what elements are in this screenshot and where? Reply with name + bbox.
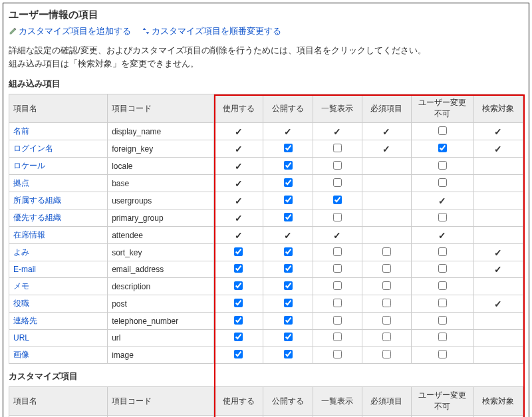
locked-checkbox[interactable] xyxy=(438,126,447,135)
page-container: ユーザー情報の項目 カスタマイズ項目を追加する カスタマイズ項目を順番変更する … xyxy=(3,3,529,417)
publish-checkbox[interactable] xyxy=(284,213,293,221)
cell-code: foreign_key xyxy=(108,140,214,158)
cell-locked xyxy=(411,330,473,347)
required-checkbox[interactable] xyxy=(382,316,391,325)
required-checkbox[interactable] xyxy=(382,350,391,358)
col-locked: ユーザー変更不可 xyxy=(411,94,473,123)
custom-table: 項目名 項目コード 使用する 公開する 一覧表示 必須項目 ユーザー変更不可 検… xyxy=(9,386,523,417)
list-checkbox[interactable] xyxy=(333,281,342,290)
publish-checkbox[interactable] xyxy=(284,196,293,204)
publish-checkbox[interactable] xyxy=(284,350,293,358)
cell-publish xyxy=(263,330,313,347)
use-checkbox[interactable] xyxy=(234,350,243,358)
list-checkbox[interactable] xyxy=(333,299,342,307)
publish-checkbox[interactable] xyxy=(284,316,293,325)
use-checkbox[interactable] xyxy=(234,281,243,290)
use-checkbox[interactable] xyxy=(234,264,243,273)
table-header-row: 項目名 項目コード 使用する 公開する 一覧表示 必須項目 ユーザー変更不可 検… xyxy=(9,387,523,416)
item-name-link[interactable]: URL xyxy=(13,333,29,343)
use-checkbox[interactable] xyxy=(234,316,243,325)
cell-publish xyxy=(263,192,313,209)
publish-checkbox[interactable] xyxy=(284,281,293,290)
cell-required xyxy=(362,261,411,278)
check-icon: ✓ xyxy=(235,213,243,223)
add-custom-item-link[interactable]: カスタマイズ項目を追加する xyxy=(9,26,134,36)
table-row: 優先する組織primary_group✓ xyxy=(9,209,523,227)
locked-checkbox[interactable] xyxy=(438,299,447,307)
cell-publish xyxy=(263,175,313,192)
list-checkbox[interactable] xyxy=(333,178,342,187)
locked-checkbox[interactable] xyxy=(438,213,447,221)
publish-checkbox[interactable] xyxy=(284,161,293,170)
cell-name: よみ xyxy=(9,244,108,261)
list-checkbox[interactable] xyxy=(333,144,342,152)
item-name-link[interactable]: 画像 xyxy=(13,350,29,359)
required-checkbox[interactable] xyxy=(382,281,391,290)
required-checkbox[interactable] xyxy=(382,299,391,307)
list-checkbox[interactable] xyxy=(333,264,342,273)
list-checkbox[interactable] xyxy=(333,161,342,170)
publish-checkbox[interactable] xyxy=(284,264,293,273)
cell-locked xyxy=(411,175,473,192)
cell-list xyxy=(313,261,362,278)
item-name-link[interactable]: メモ xyxy=(13,281,29,291)
locked-checkbox[interactable] xyxy=(438,333,447,341)
item-name-link[interactable]: 役職 xyxy=(13,299,29,308)
locked-checkbox[interactable] xyxy=(438,178,447,187)
cell-required xyxy=(362,158,411,175)
cell-locked xyxy=(411,261,473,278)
col-publish: 公開する xyxy=(263,94,313,123)
locked-checkbox[interactable] xyxy=(438,281,447,290)
item-name-link[interactable]: 連絡先 xyxy=(13,316,37,325)
list-checkbox[interactable] xyxy=(333,316,342,325)
cell-use xyxy=(214,295,263,313)
cell-use: ✓ xyxy=(214,192,263,209)
item-name-link[interactable]: 拠点 xyxy=(13,178,29,188)
required-checkbox[interactable] xyxy=(382,247,391,256)
locked-checkbox[interactable] xyxy=(438,144,447,152)
reorder-custom-item-link[interactable]: カスタマイズ項目を順番変更する xyxy=(142,26,281,36)
item-name-link[interactable]: 名前 xyxy=(13,126,29,136)
table-row: よみsort_key✓ xyxy=(9,244,523,261)
publish-checkbox[interactable] xyxy=(284,333,293,341)
publish-checkbox[interactable] xyxy=(284,299,293,307)
check-icon: ✓ xyxy=(494,247,502,258)
col-search: 検索対象 xyxy=(473,387,523,416)
list-checkbox[interactable] xyxy=(333,247,342,256)
check-icon: ✓ xyxy=(494,144,502,154)
publish-checkbox[interactable] xyxy=(284,247,293,256)
list-checkbox[interactable] xyxy=(333,196,342,204)
locked-checkbox[interactable] xyxy=(438,316,447,325)
item-name-link[interactable]: 在席情報 xyxy=(13,230,45,239)
locked-checkbox[interactable] xyxy=(438,350,447,358)
item-name-link[interactable]: よみ xyxy=(13,247,29,257)
list-checkbox[interactable] xyxy=(333,333,342,341)
required-checkbox[interactable] xyxy=(382,333,391,341)
item-name-link[interactable]: E-mail xyxy=(13,265,36,274)
list-checkbox[interactable] xyxy=(333,213,342,221)
cell-locked xyxy=(411,244,473,261)
required-checkbox[interactable] xyxy=(382,264,391,273)
item-name-link[interactable]: ログイン名 xyxy=(13,144,53,153)
cell-publish xyxy=(263,347,313,364)
locked-checkbox[interactable] xyxy=(438,247,447,256)
cell-name: 画像 xyxy=(9,347,108,364)
item-name-link[interactable]: ロケール xyxy=(13,161,45,170)
item-name-link[interactable]: 優先する組織 xyxy=(13,213,61,222)
item-name-link[interactable]: 所属する組織 xyxy=(13,196,61,205)
cell-publish xyxy=(263,278,313,295)
cell-search xyxy=(473,330,523,347)
check-icon: ✓ xyxy=(235,196,243,206)
col-name: 項目名 xyxy=(9,94,108,123)
locked-checkbox[interactable] xyxy=(438,161,447,170)
check-icon: ✓ xyxy=(235,230,243,241)
publish-checkbox[interactable] xyxy=(284,178,293,187)
cell-required xyxy=(362,227,411,244)
locked-checkbox[interactable] xyxy=(438,264,447,273)
cell-name: 在席情報 xyxy=(9,227,108,244)
use-checkbox[interactable] xyxy=(234,333,243,341)
list-checkbox[interactable] xyxy=(333,350,342,358)
use-checkbox[interactable] xyxy=(234,247,243,256)
use-checkbox[interactable] xyxy=(234,299,243,307)
publish-checkbox[interactable] xyxy=(284,144,293,152)
